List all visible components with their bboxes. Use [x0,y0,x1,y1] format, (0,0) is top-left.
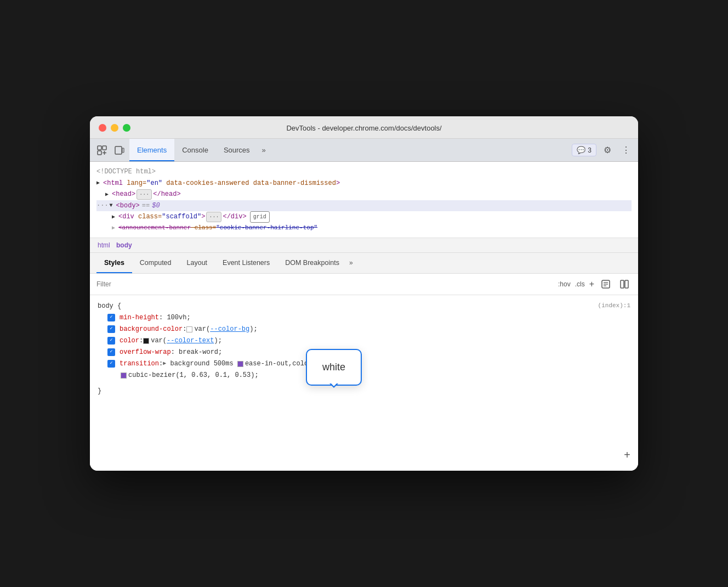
dom-panel: <!DOCTYPE html> ▶ <html lang="en" data-c… [90,162,638,238]
announcement-expand-arrow[interactable]: ▶ [112,223,118,233]
svg-rect-2 [98,151,101,155]
filter-input[interactable] [96,280,558,288]
svg-rect-1 [103,146,106,150]
svg-rect-0 [98,146,101,150]
maximize-button[interactable] [123,124,130,132]
devtools-window: DevTools - developer.chrome.com/docs/dev… [90,116,638,470]
color-swatch-ease[interactable] [237,361,243,367]
source-link[interactable]: (index):1 [598,301,630,311]
dom-line-body-selected[interactable]: ··· ▼ <body> == $0 [96,200,632,211]
tab-elements[interactable]: Elements [129,139,174,161]
tab-computed[interactable]: Computed [132,253,179,273]
more-tabs-button[interactable]: » [258,146,270,154]
css-checkbox-min-height[interactable] [107,314,115,321]
tooltip-text: white [322,362,345,372]
add-rule-button[interactable]: + [624,446,630,465]
body-expand-arrow[interactable]: ▼ [110,201,116,210]
plus-button[interactable]: + [589,279,594,289]
breadcrumb-bar: html body [90,238,638,253]
svg-rect-12 [625,280,628,288]
computed-style-icon[interactable] [617,277,632,291]
css-prop-min-height: min-height : 100vh; [98,312,630,324]
doctype-text: <!DOCTYPE html> [96,166,156,177]
close-button[interactable] [99,124,106,132]
more-menu-button[interactable]: ⋮ [618,143,634,158]
css-closing-brace: } [98,386,630,397]
color-tooltip: white [306,349,362,386]
div-expand-arrow[interactable]: ▶ [112,212,118,222]
filter-actions: :hov .cls + [558,277,632,291]
head-collapsed-button[interactable]: ··· [136,189,152,200]
tab-right-icons: 💬 3 ⚙ ⋮ [572,143,634,158]
dom-line-announcement[interactable]: ▶ <announcement-banner class="cookie-ban… [96,223,632,233]
css-panel: (index):1 body { min-height : 100vh; bac… [90,295,638,471]
tab-dom-breakpoints[interactable]: DOM Breakpoints [277,253,347,273]
styles-tab-bar: Styles Computed Layout Event Listeners D… [90,253,638,274]
color-bg-link[interactable]: --color-bg [210,324,249,335]
cls-button[interactable]: .cls [575,280,585,288]
css-checkbox-color[interactable] [107,337,115,345]
svg-rect-11 [621,280,624,288]
css-prop-cubic-bezier: cubic-bezier(1, 0.63, 0.1, 0.53); [98,370,630,381]
color-swatch-bezier[interactable] [121,372,127,379]
tab-event-listeners[interactable]: Event Listeners [215,253,277,273]
css-prop-color: color : var( --color-text ); [98,335,630,347]
css-prop-transition: transition : ▶ background 500ms ease-in-… [98,358,630,370]
dom-line-div-scaffold[interactable]: ▶ <div class="scaffold" > ··· </div> gri… [96,211,632,223]
tab-layout[interactable]: Layout [179,253,215,273]
style-sheet-icon[interactable] [599,277,613,291]
grid-badge[interactable]: grid [250,211,270,223]
window-title: DevTools - developer.chrome.com/docs/dev… [286,124,441,132]
traffic-lights [99,124,130,132]
dom-line-doctype: <!DOCTYPE html> [96,166,632,177]
css-checkbox-overflow-wrap[interactable] [107,348,115,356]
breadcrumb-html[interactable]: html [98,241,110,249]
tab-console[interactable]: Console [174,139,216,161]
notification-icon: 💬 [577,146,585,154]
svg-rect-6 [122,148,124,153]
dom-line-html[interactable]: ▶ <html lang="en" data-cookies-answered … [96,178,632,189]
notification-count: 3 [588,146,592,154]
svg-rect-5 [115,146,122,154]
color-swatch-bg[interactable] [186,326,192,332]
css-checkbox-bg-color[interactable] [107,325,115,333]
css-prop-overflow-wrap: overflow-wrap : break-word; [98,347,630,358]
notifications-badge[interactable]: 💬 3 [572,144,596,156]
breadcrumb-body[interactable]: body [116,241,132,249]
tab-styles[interactable]: Styles [96,253,132,273]
minimize-button[interactable] [111,124,118,132]
title-bar: DevTools - developer.chrome.com/docs/dev… [90,116,638,139]
more-styles-tabs[interactable]: » [349,259,353,267]
color-text-link[interactable]: --color-text [167,335,214,347]
css-selector: body { [98,301,630,312]
css-prop-background-color: background-color : var( --color-bg ); wh… [98,324,630,335]
css-checkbox-transition[interactable] [107,360,115,368]
hov-button[interactable]: :hov [558,280,571,288]
head-expand-arrow[interactable]: ▶ [105,190,112,199]
html-expand-arrow[interactable]: ▶ [96,178,103,188]
scaffold-collapsed[interactable]: ··· [206,212,221,222]
dom-line-head[interactable]: ▶ <head> ··· </head> [96,189,632,200]
tooltip-bubble: white [306,349,362,386]
device-icon[interactable] [112,143,127,158]
filter-bar: :hov .cls + [90,274,638,295]
settings-button[interactable]: ⚙ [600,143,615,158]
color-swatch-text[interactable] [143,338,149,344]
tab-sources[interactable]: Sources [216,139,258,161]
inspector-icon[interactable] [94,143,110,158]
devtools-tab-bar: Elements Console Sources » 💬 3 ⚙ ⋮ [90,139,638,162]
